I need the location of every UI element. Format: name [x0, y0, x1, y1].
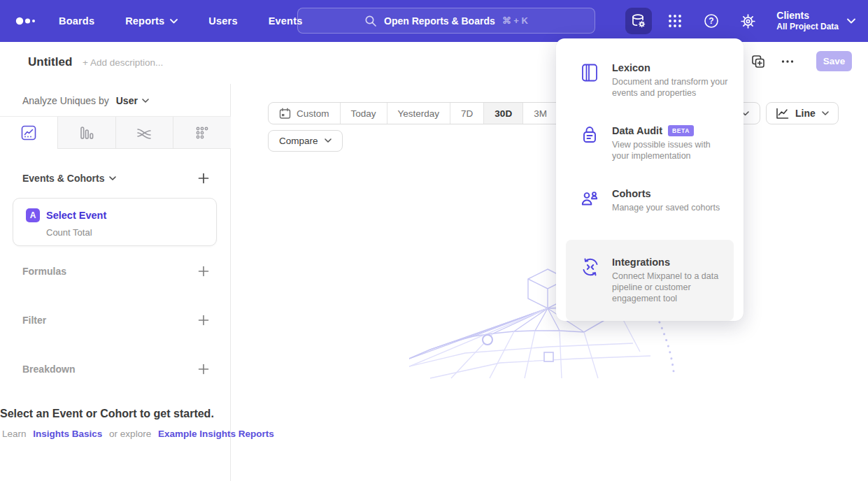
event-series-badge: A	[26, 208, 40, 222]
empty-state-links: Learn Insights Basics or explore Example…	[0, 429, 637, 439]
line-chart-tab-icon	[20, 124, 37, 141]
chevron-down-icon	[822, 111, 829, 116]
tab-bar-chart[interactable]	[57, 117, 115, 148]
events-cohorts-label[interactable]: Events & Cohorts	[22, 173, 116, 184]
date-range-today[interactable]: Today	[340, 103, 387, 124]
tab-flow-chart[interactable]	[115, 117, 173, 148]
chevron-down-icon	[170, 19, 178, 24]
cohorts-description: Manage your saved cohorts	[612, 202, 720, 213]
ellipsis-icon	[780, 54, 795, 69]
cohorts-people-icon	[581, 189, 599, 207]
more-options-button[interactable]	[780, 54, 795, 69]
mixpanel-logo-icon[interactable]	[15, 14, 38, 28]
report-title[interactable]: Untitled	[28, 55, 72, 69]
settings-gear-icon	[740, 13, 756, 29]
add-formula-button[interactable]	[198, 266, 209, 277]
menu-item-integrations[interactable]: Integrations Connect Mixpanel to a data …	[566, 240, 734, 321]
compare-button[interactable]: Compare	[268, 130, 343, 152]
data-audit-title: Data Audit	[612, 125, 662, 136]
plus-icon	[198, 173, 209, 184]
tab-line-chart[interactable]	[0, 117, 57, 148]
database-gear-icon	[630, 13, 647, 29]
top-navbar: Boards Reports Users Events Open Reports…	[0, 0, 868, 42]
add-breakdown-button[interactable]	[198, 364, 209, 375]
copy-plus-icon	[750, 54, 766, 69]
nav-item-users-label: Users	[208, 15, 237, 27]
date-range-custom[interactable]: Custom	[269, 103, 340, 124]
calendar-icon	[279, 108, 291, 120]
analyze-value-dropdown[interactable]: User	[116, 95, 149, 106]
breakdown-section: Breakdown	[22, 364, 209, 375]
menu-item-data-audit[interactable]: Data Audit BETA View possible issues wit…	[581, 125, 728, 161]
lexicon-book-icon	[581, 64, 599, 82]
lexicon-title: Lexicon	[612, 62, 728, 73]
select-event-label[interactable]: Select Event	[46, 210, 106, 221]
filter-label: Filter	[22, 315, 46, 326]
learn-prefix: Learn	[2, 429, 27, 439]
plus-icon	[198, 266, 209, 277]
example-insights-reports-link[interactable]: Example Insights Reports	[158, 429, 274, 439]
chart-type-button[interactable]: Line	[766, 102, 839, 124]
duplicate-button[interactable]	[750, 54, 766, 69]
select-event-card[interactable]: A Select Event Count Total	[13, 198, 217, 246]
beta-badge: BETA	[668, 125, 694, 136]
insights-basics-link[interactable]: Insights Basics	[33, 429, 102, 439]
flow-chart-tab-icon	[136, 124, 152, 141]
search-placeholder: Open Reports & Boards	[384, 15, 495, 27]
nav-item-boards[interactable]: Boards	[59, 15, 94, 27]
filter-section: Filter	[22, 315, 209, 326]
chevron-down-icon	[325, 138, 332, 143]
nav-item-boards-label: Boards	[59, 15, 94, 27]
date-range-yesterday-label: Yesterday	[398, 108, 440, 119]
formulas-section: Formulas	[22, 266, 209, 277]
settings-button[interactable]	[734, 8, 761, 34]
metrics-tab-icon	[194, 124, 211, 141]
empty-state-title: Select an Event or Cohort to get started…	[0, 408, 637, 420]
events-cohorts-section: Events & Cohorts	[22, 173, 209, 184]
date-range-3m[interactable]: 3M	[522, 103, 557, 124]
save-button[interactable]: Save	[816, 51, 852, 71]
apps-grid-icon	[667, 13, 683, 29]
add-filter-button[interactable]	[198, 315, 209, 326]
query-sidebar: Analyze Uniques by User	[0, 84, 231, 481]
chevron-down-icon	[142, 99, 149, 103]
chevron-down-icon	[109, 176, 116, 181]
nav-item-users[interactable]: Users	[208, 15, 237, 27]
add-description-field[interactable]: + Add description...	[83, 57, 163, 68]
search-input[interactable]: Open Reports & Boards ⌘ + K	[297, 8, 595, 34]
tab-metrics[interactable]	[173, 117, 231, 148]
primary-nav: Boards Reports Users Events	[59, 15, 302, 27]
date-range-yesterday[interactable]: Yesterday	[387, 103, 450, 124]
plus-icon	[198, 315, 209, 326]
count-total-label[interactable]: Count Total	[46, 227, 216, 238]
line-chart-icon	[776, 108, 789, 120]
apps-grid-button[interactable]	[662, 8, 688, 34]
data-audit-description: View possible issues with your implement…	[612, 139, 728, 161]
help-icon: ?	[704, 13, 719, 29]
date-range-7d-label: 7D	[461, 108, 473, 119]
integrations-title: Integrations	[612, 257, 725, 268]
date-range-7d[interactable]: 7D	[450, 103, 483, 124]
project-scope: All Project Data	[776, 22, 839, 32]
add-event-button[interactable]	[198, 173, 209, 184]
data-management-dropdown: Lexicon Document and transform your even…	[556, 38, 744, 321]
menu-item-cohorts[interactable]: Cohorts Manage your saved cohorts	[581, 188, 728, 213]
plus-icon	[198, 364, 209, 375]
bar-chart-tab-icon	[78, 124, 95, 141]
date-range-custom-label: Custom	[297, 108, 329, 119]
date-range-30d[interactable]: 30D	[483, 103, 522, 124]
cohorts-title: Cohorts	[612, 188, 720, 199]
nav-item-reports[interactable]: Reports	[125, 15, 178, 27]
analyze-uniques-row: Analyze Uniques by User	[22, 95, 149, 106]
search-shortcut: ⌘ + K	[502, 15, 528, 26]
search-icon	[364, 15, 377, 27]
menu-item-lexicon[interactable]: Lexicon Document and transform your even…	[581, 62, 728, 99]
date-range-30d-label: 30D	[495, 108, 512, 119]
chart-type-label: Line	[795, 108, 816, 119]
or-explore-text: or explore	[109, 429, 151, 439]
date-range-today-label: Today	[351, 108, 376, 119]
help-button[interactable]: ?	[698, 8, 725, 34]
project-selector[interactable]: Clients All Project Data	[776, 10, 855, 33]
data-management-button[interactable]	[625, 8, 652, 34]
formulas-label: Formulas	[22, 266, 66, 277]
